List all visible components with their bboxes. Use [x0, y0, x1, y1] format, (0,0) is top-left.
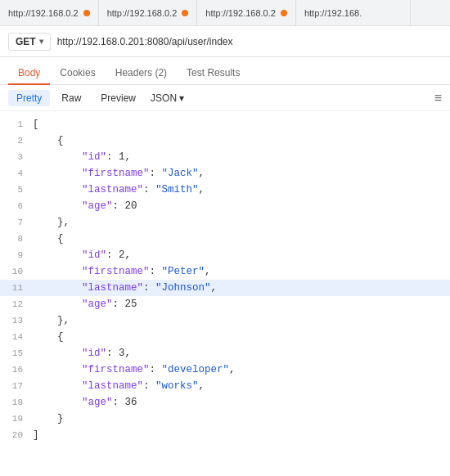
line-content: ]	[33, 427, 450, 443]
line-content: {	[33, 132, 450, 149]
line-content: },	[33, 312, 450, 329]
view-toolbar: Pretty Raw Preview JSON ▾ ≡	[0, 85, 450, 111]
raw-button[interactable]: Raw	[53, 90, 89, 106]
tab-1-label: http://192.168.0.2	[8, 8, 79, 18]
line-number: 18	[0, 394, 33, 411]
filter-icon[interactable]: ≡	[434, 91, 442, 106]
tab-test-results[interactable]: Test Results	[177, 62, 250, 85]
json-punct: :	[113, 397, 125, 408]
tab-3[interactable]: http://192.168.0.2	[197, 0, 296, 25]
json-line: 2 {	[0, 132, 450, 149]
format-dropdown[interactable]: JSON ▾	[151, 92, 184, 104]
tab-body[interactable]: Body	[8, 62, 50, 85]
line-content: "id": 3,	[33, 345, 450, 361]
line-number: 17	[0, 378, 33, 394]
tab-headers-label: Headers (2)	[115, 67, 167, 79]
line-content: "lastname": "works",	[33, 378, 450, 394]
chevron-down-icon: ▾	[39, 37, 43, 46]
line-content: {	[33, 329, 450, 345]
method-dropdown[interactable]: GET ▾	[8, 33, 51, 51]
line-content: "lastname": "Smith",	[33, 182, 450, 198]
tab-1[interactable]: http://192.168.0.2	[0, 0, 99, 25]
json-line: 1[	[0, 116, 450, 132]
json-line: 17 "lastname": "works",	[0, 378, 450, 394]
line-content: {	[33, 231, 450, 247]
chevron-down-icon: ▾	[179, 92, 184, 104]
json-punct: :	[113, 200, 125, 212]
json-key: "id"	[82, 151, 106, 163]
tab-4[interactable]: http://192.168.	[296, 0, 411, 25]
json-string-value: "Peter"	[162, 266, 205, 277]
json-line: 10 "firstname": "Peter",	[0, 263, 450, 280]
json-key: "age"	[82, 299, 113, 310]
line-number: 3	[0, 149, 33, 165]
json-key: "lastname"	[82, 380, 143, 392]
json-punct: :	[106, 348, 119, 359]
pretty-button[interactable]: Pretty	[8, 90, 50, 106]
json-key: "firstname"	[82, 364, 150, 375]
json-content: 1[2 {3 "id": 1,4 "firstname": "Jack",5 "…	[0, 111, 450, 476]
json-punct: :	[143, 380, 155, 392]
json-line: 6 "age": 20	[0, 198, 450, 214]
json-punct: :	[113, 299, 125, 310]
url-input[interactable]	[57, 36, 442, 47]
json-punct: :	[143, 184, 155, 195]
json-key: "firstname"	[82, 168, 150, 179]
method-label: GET	[16, 36, 36, 47]
json-number-value: 1	[119, 151, 125, 163]
line-number: 19	[0, 411, 33, 427]
json-line: 4 "firstname": "Jack",	[0, 165, 450, 182]
tab-headers[interactable]: Headers (2)	[106, 62, 177, 85]
line-content: "firstname": "Peter",	[33, 263, 450, 280]
line-number: 7	[0, 214, 33, 231]
json-number-value: 20	[125, 200, 137, 212]
line-number: 9	[0, 247, 33, 263]
line-content: "age": 36	[33, 394, 450, 411]
tab-1-dot	[83, 10, 90, 16]
json-line: 13 },	[0, 312, 450, 329]
tab-test-results-label: Test Results	[187, 67, 240, 79]
json-line: 14 {	[0, 329, 450, 345]
tab-cookies[interactable]: Cookies	[50, 62, 105, 85]
json-string-value: "Johnson"	[155, 282, 211, 294]
line-content: }	[33, 411, 450, 427]
json-string-value: "Jack"	[162, 168, 199, 179]
line-content: "id": 2,	[33, 247, 450, 263]
json-line: 16 "firstname": "developer",	[0, 361, 450, 378]
line-number: 14	[0, 329, 33, 345]
json-punct: ,	[125, 249, 132, 261]
line-number: 4	[0, 165, 33, 182]
line-number: 13	[0, 312, 33, 329]
tab-2[interactable]: http://192.168.0.2	[99, 0, 198, 25]
json-number-value: 25	[125, 299, 137, 310]
tab-2-label: http://192.168.0.2	[107, 8, 178, 18]
line-number: 1	[0, 116, 33, 132]
line-content: "id": 1,	[33, 149, 450, 165]
json-key: "lastname"	[82, 184, 143, 195]
tab-4-label: http://192.168.	[304, 8, 402, 18]
json-key: "age"	[82, 397, 113, 408]
line-number: 10	[0, 263, 33, 280]
json-line: 7 },	[0, 214, 450, 231]
json-punct: :	[106, 249, 119, 261]
line-content: "age": 20	[33, 198, 450, 214]
line-content: },	[33, 214, 450, 231]
format-label: JSON	[151, 92, 177, 104]
line-number: 11	[0, 280, 33, 296]
json-punct: ,	[229, 364, 236, 375]
preview-button[interactable]: Preview	[92, 90, 144, 106]
line-number: 12	[0, 296, 33, 312]
json-key: "lastname"	[82, 282, 143, 294]
tab-cookies-label: Cookies	[60, 67, 95, 79]
json-punct: ,	[199, 380, 205, 392]
json-line: 11 "lastname": "Johnson",	[0, 280, 450, 296]
json-punct: :	[150, 266, 162, 277]
json-punct: ,	[125, 348, 132, 359]
json-line: 9 "id": 2,	[0, 247, 450, 263]
json-punct: ,	[205, 266, 211, 277]
json-punct: :	[150, 364, 162, 375]
json-number-value: 36	[125, 397, 137, 408]
line-content: "firstname": "Jack",	[33, 165, 450, 182]
line-content: "lastname": "Johnson",	[33, 280, 450, 296]
line-content: "firstname": "developer",	[33, 361, 450, 378]
